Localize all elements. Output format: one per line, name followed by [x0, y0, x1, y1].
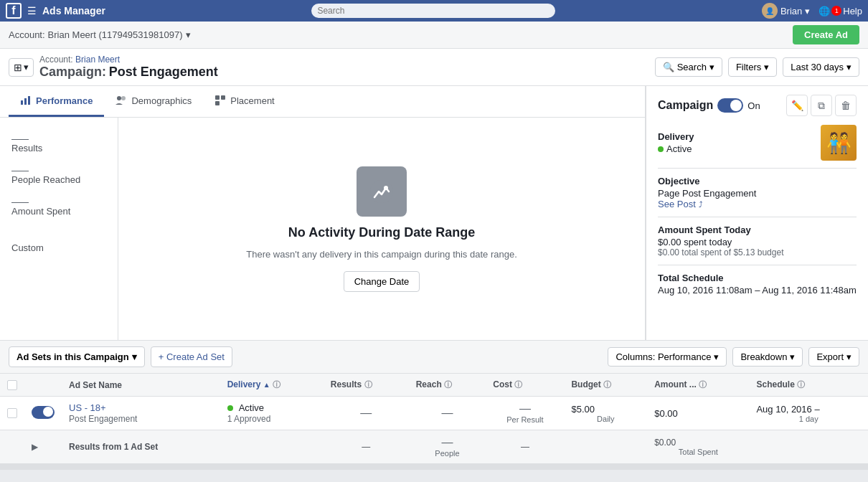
tab-demographics[interactable]: Demographics	[104, 86, 203, 117]
th-cost: Cost ⓘ	[486, 374, 564, 397]
right-panel: Campaign On ✏️ ⧉ 🗑 Delivery Active �	[646, 86, 868, 340]
svg-point-9	[384, 186, 388, 190]
th-delivery[interactable]: Delivery ▲ ⓘ	[220, 374, 324, 397]
left-panel-results[interactable]: Results	[0, 133, 118, 159]
search-dropdown-icon: ▾	[709, 62, 714, 72]
performance-content: Results People Reached Amount Spent Cust…	[0, 118, 645, 340]
row-checkbox[interactable]	[7, 408, 17, 418]
svg-point-3	[117, 96, 121, 100]
account-bar: Account: Brian Meert (117949531981097) ▾…	[0, 22, 868, 49]
row-delivery: Active 1 Approved	[220, 397, 324, 430]
th-ad-set-name: Ad Set Name	[62, 374, 220, 397]
ad-sets-chevron-icon: ▾	[132, 351, 137, 362]
header-checkbox[interactable]	[7, 380, 17, 390]
delete-button[interactable]: 🗑	[835, 95, 857, 116]
grid-icon: ⊞	[14, 62, 22, 73]
cost-info-icon[interactable]: ⓘ	[514, 380, 522, 389]
svg-rect-6	[221, 95, 225, 100]
delivery-label: Delivery	[658, 131, 694, 142]
facebook-logo[interactable]: f	[6, 3, 22, 19]
search-input[interactable]	[311, 4, 555, 18]
divider-1	[658, 168, 857, 169]
search-icon: 🔍	[663, 62, 674, 72]
avatar: 👤	[762, 3, 778, 19]
row-results: —	[324, 397, 409, 430]
divider-2	[658, 217, 857, 217]
columns-button[interactable]: Columns: Performance ▾	[608, 347, 727, 367]
no-data-icon	[357, 166, 407, 217]
summary-checkbox-cell	[0, 430, 24, 464]
schedule-info-icon[interactable]: ⓘ	[797, 380, 805, 389]
see-post-link[interactable]: See Post ⤴	[658, 199, 857, 209]
no-activity-sub: There wasn't any delivery in this campai…	[246, 249, 517, 260]
chart-area: No Activity During Date Range There wasn…	[118, 118, 645, 340]
results-info-icon[interactable]: ⓘ	[364, 380, 372, 389]
export-button[interactable]: Export ▾	[808, 347, 859, 367]
left-panel-people-reached[interactable]: People Reached	[0, 165, 118, 191]
globe-menu[interactable]: 🌐 1 Help	[819, 6, 862, 16]
th-toggle	[24, 374, 62, 397]
export-chevron-icon: ▾	[846, 351, 852, 362]
ad-sets-dropdown-button[interactable]: Ad Sets in this Campaign ▾	[9, 346, 145, 367]
ad-set-link[interactable]: US - 18+	[69, 402, 106, 413]
nav-right: 👤 Brian ▾ 🌐 1 Help	[762, 3, 862, 19]
row-ad-set-name: US - 18+ Post Engagement	[62, 397, 220, 430]
create-ad-button[interactable]: Create Ad	[793, 25, 859, 44]
amount-info-icon[interactable]: ⓘ	[699, 380, 707, 389]
bottom-table-section: Ad Sets in this Campaign ▾ + Create Ad S…	[0, 340, 868, 464]
account-selector[interactable]: Account: Brian Meert (117949531981097) ▾	[9, 29, 191, 40]
user-name: Brian	[780, 6, 802, 16]
row-toggle[interactable]	[32, 406, 55, 419]
tab-placement-label: Placement	[230, 95, 274, 106]
right-panel-actions: ✏️ ⧉ 🗑	[786, 95, 857, 116]
summary-toggle-cell: ▶	[24, 430, 62, 464]
user-menu[interactable]: 👤 Brian ▾	[762, 3, 810, 19]
horizontal-scrollbar[interactable]	[0, 464, 868, 470]
breadcrumb-account-label: Account:	[39, 55, 73, 65]
edit-button[interactable]: ✏️	[786, 95, 808, 116]
toggle-on-label: On	[747, 100, 760, 111]
tab-performance[interactable]: Performance	[9, 86, 104, 117]
hamburger-icon[interactable]: ☰	[27, 5, 37, 16]
table-header-row: Ad Set Name Delivery ▲ ⓘ Results ⓘ Reach…	[0, 374, 868, 397]
budget-info-icon[interactable]: ⓘ	[603, 380, 611, 389]
tab-performance-label: Performance	[36, 95, 93, 106]
account-label: Account:	[9, 29, 45, 40]
objective-value: Page Post Engagement	[658, 188, 857, 199]
svg-rect-7	[215, 101, 220, 105]
left-panel-amount-spent[interactable]: Amount Spent	[0, 197, 118, 222]
breakdown-button[interactable]: Breakdown ▾	[732, 347, 803, 367]
campaign-toggle[interactable]	[717, 98, 743, 113]
summary-reach: — People	[409, 430, 486, 464]
account-dropdown-icon: ▾	[186, 29, 191, 40]
row-toggle-cell	[24, 397, 62, 430]
campaign-name: Post Engagement	[109, 65, 218, 79]
date-range-button[interactable]: Last 30 days ▾	[783, 57, 859, 77]
account-name: Brian Meert (117949531981097)	[48, 29, 183, 40]
summary-cost: —	[486, 430, 564, 464]
date-chevron-icon: ▾	[846, 62, 852, 72]
objective-label: Objective	[658, 176, 857, 186]
left-panel-custom[interactable]: Custom	[0, 237, 118, 259]
globe-icon: 🌐	[819, 6, 830, 16]
tab-placement[interactable]: Placement	[203, 86, 286, 117]
summary-budget	[564, 430, 647, 464]
create-ad-set-button[interactable]: + Create Ad Set	[151, 346, 232, 367]
breadcrumb-account-link[interactable]: Brian Meert	[75, 55, 120, 65]
toggle-chevron-icon: ▾	[24, 62, 29, 72]
th-schedule: Schedule ⓘ	[749, 374, 868, 397]
delivery-info-icon[interactable]: ⓘ	[273, 380, 280, 389]
th-budget: Budget ⓘ	[564, 374, 647, 397]
change-date-button[interactable]: Change Date	[344, 271, 420, 292]
ad-set-sub: Post Engagement	[69, 414, 137, 424]
search-button[interactable]: 🔍 Search ▾	[655, 57, 722, 77]
delivery-status: Active	[658, 143, 694, 154]
campaign-label: Campaign	[658, 99, 713, 112]
duplicate-button[interactable]: ⧉	[811, 95, 832, 116]
performance-section: Performance Demographics Placement	[0, 86, 646, 340]
summary-expand-icon[interactable]: ▶	[32, 442, 38, 452]
view-toggle[interactable]: ⊞ ▾	[9, 58, 34, 77]
reach-info-icon[interactable]: ⓘ	[444, 380, 452, 389]
filters-button[interactable]: Filters ▾	[728, 57, 777, 77]
table-toolbar: Ad Sets in this Campaign ▾ + Create Ad S…	[0, 341, 868, 374]
